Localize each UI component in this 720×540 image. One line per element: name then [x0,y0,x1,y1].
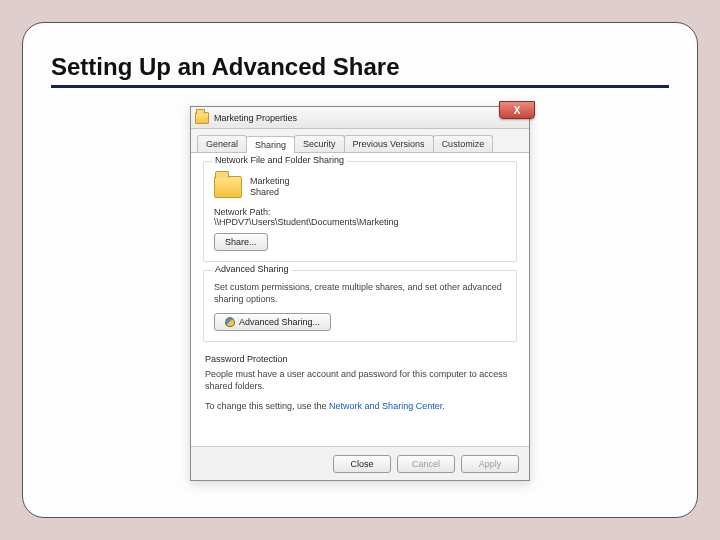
group-network-sharing: Network File and Folder Sharing Marketin… [203,161,517,262]
apply-button[interactable]: Apply [461,455,519,473]
pw-desc2-pre: To change this setting, use the [205,401,329,411]
advanced-sharing-button[interactable]: Advanced Sharing... [214,313,331,331]
dialog-title-text: Marketing Properties [214,113,297,123]
group-password-protection: Password Protection People must have a u… [203,350,517,416]
tab-customize[interactable]: Customize [433,135,494,152]
shared-folder-state: Shared [250,187,290,198]
dialog-body: Network File and Folder Sharing Marketin… [191,153,529,446]
pw-desc2-post: . [442,401,445,411]
dialog-tabstrip: General Sharing Security Previous Versio… [191,129,529,153]
network-sharing-center-link[interactable]: Network and Sharing Center [329,401,442,411]
tab-general[interactable]: General [197,135,247,152]
shared-folder-name: Marketing [250,176,290,187]
dialog-footer: Close Cancel Apply [191,446,529,480]
shared-folder-row: Marketing Shared [214,176,506,199]
group-title-advanced-sharing: Advanced Sharing [212,264,292,274]
group-title-password-protection: Password Protection [205,354,515,364]
window-close-button[interactable]: X [499,101,535,119]
close-icon: X [514,105,521,116]
shared-folder-meta: Marketing Shared [250,176,290,199]
tab-sharing[interactable]: Sharing [246,136,295,153]
advanced-sharing-button-label: Advanced Sharing... [239,317,320,327]
shared-folder-icon [214,176,242,198]
advanced-sharing-desc: Set custom permissions, create multiple … [214,281,506,305]
group-advanced-sharing: Advanced Sharing Set custom permissions,… [203,270,517,342]
group-title-network-sharing: Network File and Folder Sharing [212,155,347,165]
title-divider [51,85,669,88]
folder-icon [195,112,209,124]
network-path-value: \\HPDV7\Users\Student\Documents\Marketin… [214,217,506,227]
password-protection-desc2: To change this setting, use the Network … [205,400,515,412]
uac-shield-icon [225,317,235,327]
share-button[interactable]: Share... [214,233,268,251]
password-protection-desc1: People must have a user account and pass… [205,368,515,392]
tab-previous-versions[interactable]: Previous Versions [344,135,434,152]
dialog-titlebar: Marketing Properties X [191,107,529,129]
slide-title: Setting Up an Advanced Share [51,53,669,81]
cancel-button[interactable]: Cancel [397,455,455,473]
tab-security[interactable]: Security [294,135,345,152]
close-button[interactable]: Close [333,455,391,473]
slide-frame: Setting Up an Advanced Share Marketing P… [22,22,698,518]
network-path-label: Network Path: [214,207,506,217]
properties-dialog: Marketing Properties X General Sharing S… [190,106,530,481]
